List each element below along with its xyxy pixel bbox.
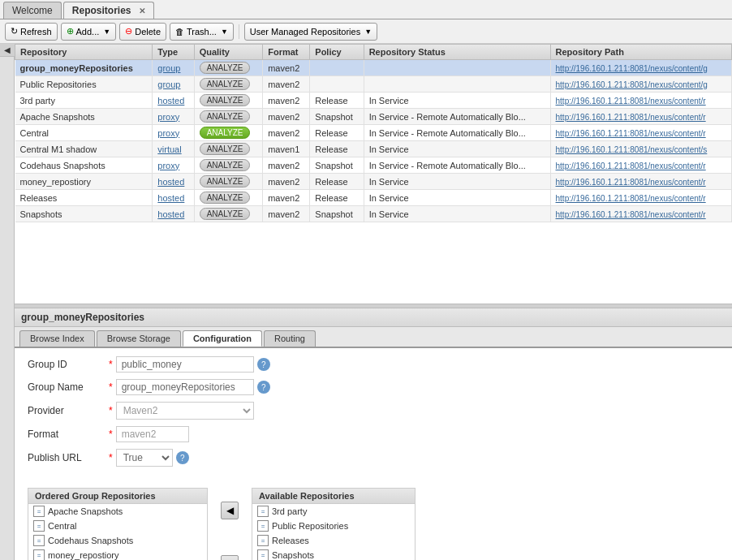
format-row: Format * (28, 426, 719, 442)
cell-path[interactable]: http://196.160.1.211:8081/nexus/content/… (550, 141, 731, 157)
provider-select[interactable]: Maven2 (116, 402, 254, 420)
cell-path[interactable]: http://196.160.1.211:8081/nexus/content/… (550, 76, 731, 93)
available-repo-item[interactable]: =Public Repositories (252, 519, 415, 533)
add-dropdown-icon: ▼ (103, 28, 110, 36)
publish-url-required: * (109, 452, 113, 463)
cell-type: proxy (153, 157, 194, 174)
publish-url-help-icon[interactable]: ? (176, 451, 189, 464)
cell-policy (310, 60, 364, 76)
cell-type: hosted (153, 190, 194, 206)
cell-path[interactable]: http://196.160.1.211:8081/nexus/content/… (550, 190, 731, 206)
cell-status (364, 60, 550, 76)
repo-item-icon: = (33, 549, 45, 560)
cell-name: Apache Snapshots (15, 109, 153, 125)
provider-label: Provider (28, 405, 109, 416)
cell-name: money_repostiory (15, 174, 153, 190)
delete-button[interactable]: ⊖ Delete (119, 23, 166, 41)
ordered-repo-item[interactable]: =Central (28, 519, 207, 533)
table-row[interactable]: Public Repositories group ANALYZE maven2… (15, 76, 732, 93)
table-row[interactable]: group_moneyRepositories group ANALYZE ma… (15, 60, 732, 76)
cell-path[interactable]: http://196.160.1.211:8081/nexus/content/… (550, 93, 731, 109)
available-repo-item[interactable]: =3rd party (252, 504, 415, 519)
detail-title: group_moneyRepositories (15, 308, 732, 327)
col-type: Type (153, 45, 194, 60)
table-row[interactable]: Central M1 shadow virtual ANALYZE maven1… (15, 141, 732, 157)
cell-path[interactable]: http://196.160.1.211:8081/nexus/content/… (550, 60, 731, 76)
cell-quality[interactable]: ANALYZE (194, 60, 263, 76)
table-row[interactable]: Codehaus Snapshots proxy ANALYZE maven2 … (15, 157, 732, 174)
cell-path[interactable]: http://196.160.1.211:8081/nexus/content/… (550, 206, 731, 222)
available-repo-item[interactable]: =Snapshots (252, 548, 415, 560)
table-row[interactable]: 3rd party hosted ANALYZE maven2 Release … (15, 93, 732, 109)
cell-path[interactable]: http://196.160.1.211:8081/nexus/content/… (550, 125, 731, 141)
cell-policy: Release (310, 125, 364, 141)
cell-status (364, 76, 550, 93)
table-row[interactable]: Apache Snapshots proxy ANALYZE maven2 Sn… (15, 109, 732, 125)
cell-type: group (153, 60, 194, 76)
cell-name: Snapshots (15, 206, 153, 222)
table-row[interactable]: Snapshots hosted ANALYZE maven2 Snapshot… (15, 206, 732, 222)
format-input[interactable] (116, 426, 189, 442)
ordered-repo-item[interactable]: =Codehaus Snapshots (28, 533, 207, 548)
tab-close-icon[interactable]: ✕ (139, 6, 145, 15)
cell-name: 3rd party (15, 93, 153, 109)
cell-type: virtual (153, 141, 194, 157)
cell-policy: Snapshot (310, 157, 364, 174)
cell-type: proxy (153, 109, 194, 125)
cell-quality[interactable]: ANALYZE (194, 109, 263, 125)
available-repo-item[interactable]: =Releases (252, 533, 415, 548)
table-row[interactable]: Central proxy ANALYZE maven2 Release In … (15, 125, 732, 141)
cell-path[interactable]: http://196.160.1.211:8081/nexus/content/… (550, 109, 731, 125)
cell-name: group_moneyRepositories (15, 60, 153, 76)
cell-quality[interactable]: ANALYZE (194, 206, 263, 222)
refresh-button[interactable]: ↻ Refresh (5, 23, 58, 41)
cell-quality[interactable]: ANALYZE (194, 141, 263, 157)
table-row[interactable]: money_repostiory hosted ANALYZE maven2 R… (15, 174, 732, 190)
move-right-button[interactable]: ▶ (221, 555, 239, 561)
cell-quality[interactable]: ANALYZE (194, 125, 263, 141)
add-button[interactable]: ⊕ Add... ▼ (61, 23, 117, 41)
group-name-help-icon[interactable]: ? (257, 381, 270, 394)
cell-status: In Service - Remote Automatically Blo... (364, 157, 550, 174)
sub-tab-routing[interactable]: Routing (264, 330, 316, 347)
group-id-required: * (109, 359, 113, 370)
tab-welcome[interactable]: Welcome (3, 2, 62, 19)
cell-status: In Service (364, 206, 550, 222)
cell-status: In Service - Remote Automatically Blo... (364, 109, 550, 125)
trash-button[interactable]: 🗑 Trash... ▼ (170, 23, 234, 41)
cell-status: In Service (364, 93, 550, 109)
group-name-input[interactable] (116, 379, 254, 395)
cell-quality[interactable]: ANALYZE (194, 174, 263, 190)
sub-tab-configuration[interactable]: Configuration (183, 330, 262, 347)
cell-policy (310, 76, 364, 93)
cell-path[interactable]: http://196.160.1.211:8081/nexus/content/… (550, 157, 731, 174)
cell-path[interactable]: http://196.160.1.211:8081/nexus/content/… (550, 174, 731, 190)
ordered-repo-item[interactable]: =money_repostiory (28, 548, 207, 560)
cell-type: hosted (153, 206, 194, 222)
group-id-input[interactable] (116, 356, 254, 373)
group-id-help-icon[interactable]: ? (257, 358, 270, 371)
move-left-button[interactable]: ◀ (221, 502, 239, 519)
sub-tab-browse-storage[interactable]: Browse Storage (97, 330, 181, 347)
cell-quality[interactable]: ANALYZE (194, 93, 263, 109)
format-label: Format (28, 429, 109, 440)
sub-tab-browse-index[interactable]: Browse Index (19, 330, 95, 347)
cell-quality[interactable]: ANALYZE (194, 157, 263, 174)
cell-status: In Service (364, 174, 550, 190)
delete-icon: ⊖ (125, 26, 132, 37)
cell-policy: Release (310, 174, 364, 190)
repo-item-icon: = (33, 535, 45, 546)
list-arrows: ◀ ▶ (217, 488, 242, 560)
sub-tab-bar: Browse Index Browse Storage Configuratio… (15, 327, 732, 348)
table-row[interactable]: Releases hosted ANALYZE maven2 Release I… (15, 190, 732, 206)
available-group-title: Available Repositories (252, 489, 415, 504)
publish-url-select[interactable]: True False (116, 449, 173, 467)
user-managed-button[interactable]: User Managed Repositories ▼ (244, 23, 377, 41)
cell-quality[interactable]: ANALYZE (194, 76, 263, 93)
repo-item-icon: = (257, 506, 269, 517)
nav-up-arrow[interactable]: ◀ (0, 44, 15, 57)
ordered-repo-item[interactable]: =Apache Snapshots (28, 504, 207, 519)
ordered-group-box: Ordered Group Repositories =Apache Snaps… (28, 488, 208, 560)
cell-quality[interactable]: ANALYZE (194, 190, 263, 206)
tab-repositories[interactable]: Repositories ✕ (63, 2, 154, 19)
